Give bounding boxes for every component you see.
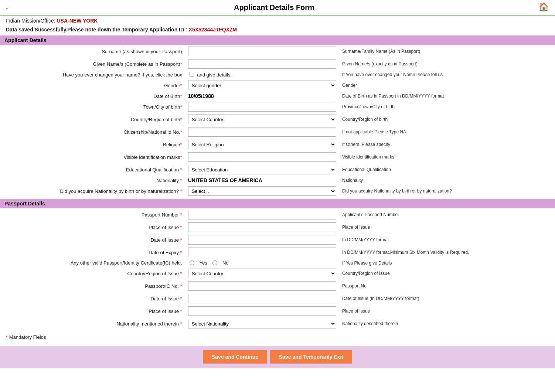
mission-label: Indian Mission/Office: [6, 18, 55, 24]
mission-value: USA-NEW YORK [57, 18, 98, 24]
passport-details-section: Passport Details Passport Number * Appli… [0, 199, 555, 331]
nationality-therein-select[interactable]: Select Nationality [188, 319, 336, 328]
nav-links: ... [6, 5, 10, 10]
gender-input-cell: Select gender Male Female Other [185, 79, 339, 92]
date-expiry-hint: In DD/MM/YYYY format.Minimum Six Month V… [339, 246, 555, 259]
place-issue-ic-label: Place of Issue * [0, 305, 185, 317]
religion-label: Religion* [0, 138, 185, 151]
table-row: Date of Issue * In DD/MM/YYYY format [0, 234, 555, 246]
passport-ic-label: Passport/IC No. * [0, 280, 185, 292]
surname-input[interactable] [188, 47, 336, 56]
date-issue-hint: In DD/MM/YYYY format [339, 234, 555, 246]
country-issue-label: Country/Region of Issue * [0, 267, 185, 280]
nationality-hint: Nationality [339, 176, 555, 185]
home-icon[interactable]: 🏠 [539, 2, 549, 13]
country-issue-select[interactable]: Select Country [188, 269, 336, 278]
yes-label: Yes [200, 260, 207, 266]
acquire-nationality-select[interactable]: Select .. Birth Naturalization [188, 186, 336, 196]
visible-marks-input[interactable] [188, 152, 336, 162]
table-row: Place of Issue * Place of Issue [0, 305, 555, 317]
table-row: Town/City of birth* Province/Town/City o… [0, 100, 555, 113]
passport-number-input-cell [185, 208, 339, 221]
place-issue-ic-input-cell [185, 305, 339, 317]
date-issue-ic-input[interactable] [188, 294, 336, 303]
acquire-nationality-hint: Did you acquire Nationality by birth or … [339, 185, 555, 197]
nationality-value: UNITED STATES OF AMERICA [188, 177, 262, 183]
other-passport-label: Any other valid Passport/Identity Certif… [0, 259, 185, 267]
gender-label: Gender* [0, 79, 185, 92]
place-issue-ic-input[interactable] [188, 306, 336, 316]
religion-select[interactable]: Select Religion Hindu Muslim Christian S… [188, 140, 336, 149]
dob-value-cell: 10/05/1988 [185, 92, 339, 100]
applicant-details-header: Applicant Details [0, 35, 555, 45]
acquire-nationality-label: Did you acquire Nationality by birth or … [0, 185, 185, 197]
nationality-therein-label: Nationality mentioned therein * [0, 317, 185, 330]
education-select[interactable]: Select Education Below Matric Matric Hig… [188, 165, 336, 174]
passport-number-hint: Applicant's Passport Number [339, 208, 555, 221]
citizenship-input-cell [185, 126, 339, 138]
table-row: Did you acquire Nationality by birth or … [0, 185, 555, 197]
success-message: Data saved Successfully.Please note down… [0, 25, 555, 35]
table-row: Educational Qualification * Select Educa… [0, 163, 555, 176]
country-birth-label: Country/Region of birth* [0, 113, 185, 126]
surname-hint: Surname/Family Name (As in Passport) [339, 45, 555, 58]
passport-ic-input[interactable] [188, 281, 336, 291]
other-passport-no-radio[interactable] [212, 260, 217, 265]
dob-value: 10/05/1988 [188, 93, 214, 99]
passport-number-input[interactable] [188, 210, 336, 219]
table-row: Have you ever changed your name? If yes,… [0, 70, 555, 79]
nationality-therein-input-cell: Select Nationality [185, 317, 339, 330]
date-issue-ic-hint: Date of Issue (In DD/MM/YYYY format) [339, 292, 555, 305]
table-row: Visible identification marks* Visible id… [0, 151, 555, 163]
table-row: Nationality * UNITED STATES OF AMERICA N… [0, 176, 555, 185]
no-label: No [222, 260, 229, 266]
other-passport-yes-radio[interactable] [190, 260, 194, 265]
table-row: Citizenship/National Id No.* If not appl… [0, 126, 555, 138]
country-birth-select[interactable]: Select Country [188, 115, 336, 124]
mission-line: Indian Mission/Office: USA-NEW YORK [0, 16, 555, 25]
citizenship-hint: If not applicable Please Type NA [339, 126, 555, 138]
applicant-details-table: Surname (as shown in your Passport) Surn… [0, 45, 555, 197]
surname-label: Surname (as shown in your Passport) [0, 45, 185, 58]
religion-hint: If Others .Please specify [339, 138, 555, 151]
visible-marks-label: Visible identification marks* [0, 151, 185, 163]
given-name-input[interactable] [188, 59, 336, 69]
save-continue-button[interactable]: Save and Continue [203, 350, 267, 364]
success-text: Data saved Successfully.Please note down… [6, 27, 187, 33]
place-issue-label: Place of Issue * [0, 221, 185, 234]
passport-ic-input-cell [185, 280, 339, 292]
date-issue-input[interactable] [188, 235, 336, 245]
other-passport-radio-group: Yes No [188, 260, 336, 266]
citizenship-input[interactable] [188, 127, 336, 137]
table-row: Given Name/s (Complete as in Passport)* … [0, 58, 555, 70]
changed-name-hint: If You have ever changed your Name Pleas… [339, 70, 555, 79]
dob-label: Date of Birth* [0, 92, 185, 100]
religion-input-cell: Select Religion Hindu Muslim Christian S… [185, 138, 339, 151]
acquire-nationality-input-cell: Select .. Birth Naturalization [185, 185, 339, 197]
nationality-therein-hint: Nationality described therein [339, 317, 555, 330]
date-expiry-label: Date of Expiry * [0, 246, 185, 259]
given-name-input-cell [185, 58, 339, 70]
table-row: Country/Region of Issue * Select Country… [0, 267, 555, 280]
nationality-value-cell: UNITED STATES OF AMERICA [185, 176, 339, 185]
other-passport-radio-cell: Yes No [185, 259, 339, 267]
table-row: Surname (as shown in your Passport) Surn… [0, 45, 555, 58]
gender-select[interactable]: Select gender Male Female Other [188, 81, 336, 90]
country-birth-input-cell: Select Country [185, 113, 339, 126]
changed-name-checkbox[interactable] [190, 72, 194, 76]
changed-name-text: and give details. [197, 72, 232, 78]
table-row: Country/Region of birth* Select Country … [0, 113, 555, 126]
given-name-label: Given Name/s (Complete as in Passport)* [0, 58, 185, 70]
visible-marks-input-cell [185, 151, 339, 163]
mandatory-note: * Mandatory Fields [0, 331, 555, 343]
dob-hint: Date of Birth as in Passport in DD/MM/YY… [339, 92, 555, 100]
date-expiry-input-cell [185, 246, 339, 259]
mandatory-asterisk: * [6, 334, 8, 340]
save-exit-button[interactable]: Save and Temporarily Exit [270, 350, 352, 364]
town-input[interactable] [188, 102, 336, 112]
date-expiry-input[interactable] [188, 248, 336, 257]
place-issue-input[interactable] [188, 222, 336, 232]
citizenship-label: Citizenship/National Id No.* [0, 126, 185, 138]
passport-ic-hint: Passport No [339, 280, 555, 292]
gender-hint: Gender [339, 79, 555, 92]
